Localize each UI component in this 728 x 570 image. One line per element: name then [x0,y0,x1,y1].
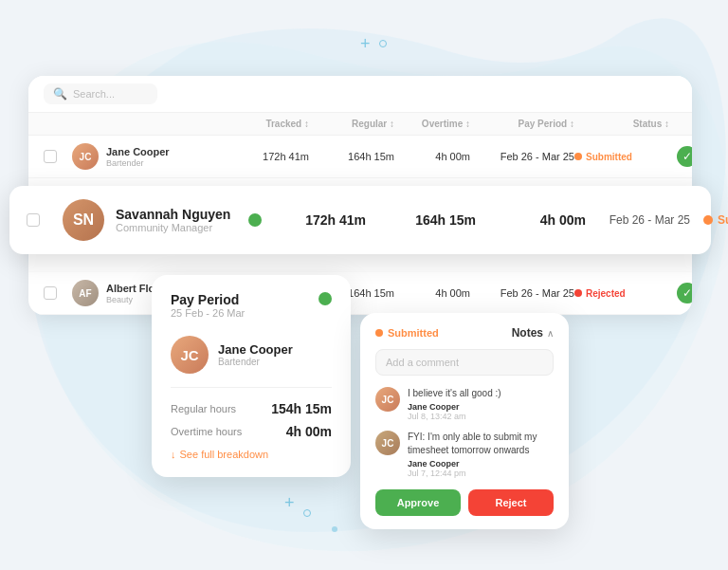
comment-body-1: I believe it's all good :) Jane Cooper J… [408,387,501,421]
status-badge-1: Submitted [574,152,669,162]
person-info-1: Jane Cooper Bartender [106,146,170,168]
see-full-breakdown-link[interactable]: ↓ See full breakdown [171,449,332,460]
person-name-1: Jane Cooper [106,146,170,157]
highlight-name: Savannah Nguyen [116,207,248,222]
decorative-plus-2: + [284,493,295,513]
notes-title-text: Notes [512,326,543,340]
notes-title-group: Notes ∧ [512,326,554,340]
status-dot-1 [574,153,582,160]
avatar-albert: AF [72,280,99,306]
row-status-1: Submitted [574,152,669,162]
pay-period-header: Pay Period 25 Feb - 26 Mar [171,292,332,332]
approve-button-1[interactable]: ✓ [677,146,692,167]
table-search-row: 🔍 Search... [28,76,692,113]
highlight-payperiod: Feb 26 - Mar 25 [595,213,690,227]
highlight-avatar: SN [63,199,104,241]
row-regular-1: 164h 15m [309,151,394,162]
table-column-headers: Tracked ↕ Regular ↕ Overtime ↕ Pay Perio… [28,113,692,136]
overtime-hours-label: Overtime hours [171,426,242,437]
highlight-status: Submitted [703,213,728,227]
checkbox-1[interactable] [44,150,57,163]
row-overtime-1: 4h 00m [394,151,470,162]
row-payperiod-1: Feb 26 - Mar 25 [470,151,574,162]
online-indicator [248,213,262,227]
regular-hours-value: 154h 15m [271,401,332,416]
col-overtime-header[interactable]: Overtime ↕ [394,119,470,129]
pay-period-title: Pay Period 25 Feb - 26 Mar [171,292,245,332]
comment-text-1: I believe it's all good :) [408,387,501,400]
search-input-placeholder[interactable]: Search... [73,88,115,100]
pay-period-person-role: Bartender [218,357,293,367]
row-checkbox-1[interactable] [44,150,72,163]
highlighted-row-card: SN Savannah Nguyen Community Manager 172… [9,186,711,254]
col-payperiod-header[interactable]: Pay Period ↕ [470,119,574,129]
row-actions-1: ✓ ✕ [669,146,692,167]
regular-hours-row: Regular hours 154h 15m [171,401,332,416]
decorative-plus-1: + [360,34,371,54]
notes-reject-button[interactable]: Reject [468,489,554,516]
status-badge-4: Rejected [574,288,669,299]
comment-author-2: Jane Cooper [408,459,554,469]
search-icon: 🔍 [53,87,67,101]
comment-avatar-2: JC [375,431,400,455]
row-checkbox-4[interactable] [44,286,72,300]
col-status-header[interactable]: Status ↕ [574,119,669,129]
row-payperiod-4: Feb 26 - Mar 25 [470,287,574,299]
approve-button-4[interactable]: ✓ [677,283,692,303]
col-tracked-header[interactable]: Tracked ↕ [224,119,309,129]
decorative-circle-2 [303,509,311,517]
row-overtime-4: 4h 00m [394,287,470,299]
notes-action-buttons: Approve Reject [375,489,554,516]
decorative-dot [332,526,337,532]
highlight-checkbox[interactable] [27,213,40,227]
notes-status-dot [375,329,383,337]
action-icons-4: ✓ [677,283,692,303]
notes-card: Submitted Notes ∧ Add a comment JC I bel… [360,313,569,529]
pay-period-avatar: JC [171,336,209,374]
highlight-overtime: 4h 00m [500,212,586,228]
pay-period-person-info: Jane Cooper Bartender [218,342,293,367]
avatar-jane: JC [72,143,99,170]
breakdown-arrow-icon: ↓ [171,449,176,460]
pay-period-person-name: Jane Cooper [218,342,293,357]
notes-status-label: Submitted [388,327,439,339]
row-status-4: Rejected [574,288,669,299]
pay-period-person: JC Jane Cooper Bartender [171,336,332,388]
comment-text-2: FYI: I'm only able to submit my timeshee… [408,431,554,457]
highlight-role: Community Manager [116,222,248,233]
notes-chevron-icon[interactable]: ∧ [547,328,554,339]
comment-body-2: FYI: I'm only able to submit my timeshee… [408,431,554,478]
highlight-regular: 164h 15m [391,212,476,228]
row-tracked-1: 172h 41m [224,151,309,162]
search-box[interactable]: 🔍 Search... [44,83,157,104]
pay-period-card: Pay Period 25 Feb - 26 Mar JC Jane Coope… [152,275,351,477]
comment-item-2: JC FYI: I'm only able to submit my times… [375,431,554,478]
row-actions-4: ✓ [669,283,692,303]
pay-period-active-indicator [318,292,332,305]
highlight-tracked: 172h 41m [281,212,366,228]
highlight-status-label: Submitted [718,213,728,227]
comment-author-1: Jane Cooper [408,402,501,412]
col-regular-header[interactable]: Regular ↕ [309,119,394,129]
comment-time-1: Jul 8, 13:42 am [408,412,501,421]
highlight-status-dot [703,215,713,225]
highlight-checkbox-wrapper[interactable] [27,213,55,227]
notes-approve-button[interactable]: Approve [375,489,461,516]
person-role-1: Bartender [106,158,170,168]
decorative-circle-1 [379,40,387,47]
table-row: AF Albert Flores Beauty 172h 41m 164h 15… [28,272,692,315]
overtime-hours-value: 4h 00m [286,424,332,439]
comment-avatar-1: JC [375,387,400,412]
regular-hours-label: Regular hours [171,403,236,414]
action-icons-1: ✓ ✕ [677,146,692,167]
highlight-person-info: Savannah Nguyen Community Manager [116,207,248,233]
comment-item-1: JC I believe it's all good :) Jane Coope… [375,387,554,421]
add-comment-input[interactable]: Add a comment [375,349,554,376]
notes-header: Submitted Notes ∧ [375,326,554,340]
overtime-hours-row: Overtime hours 4h 00m [171,424,332,439]
pay-period-dates: 25 Feb - 26 Mar [171,307,245,319]
comment-time-2: Jul 7, 12:44 pm [408,469,554,478]
status-dot-4 [574,289,582,297]
checkbox-4[interactable] [44,286,57,300]
notes-status-badge: Submitted [375,327,439,339]
